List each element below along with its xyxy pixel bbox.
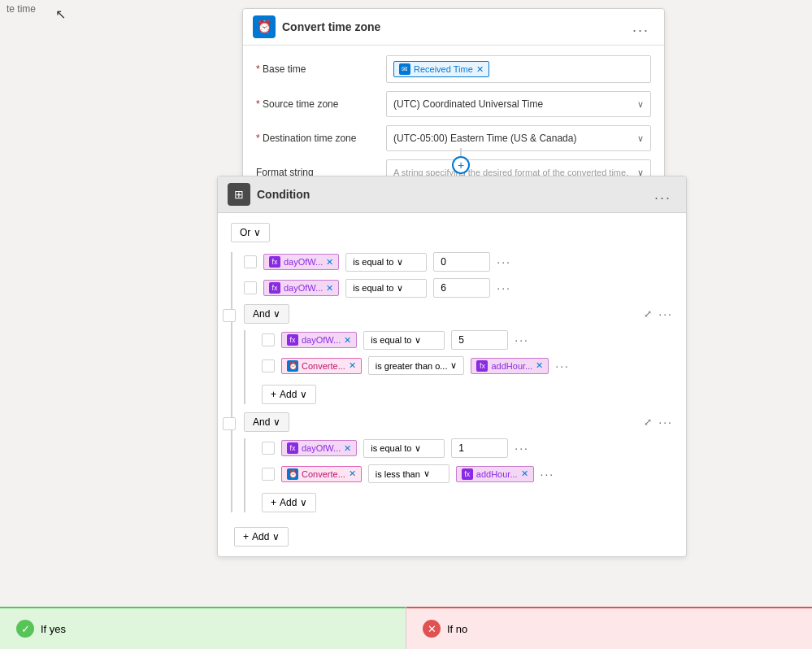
condition-header-left: ⊞ Condition [228, 183, 310, 206]
destination-timezone-select[interactable]: (UTC-05:00) Eastern Time (US & Canada) ∨ [386, 125, 651, 151]
and-token2-close-2[interactable]: ✕ [521, 468, 528, 479]
base-time-input[interactable]: ✉ Received Time ✕ [386, 55, 651, 83]
and-op-label-1-1: is equal to [371, 335, 411, 345]
and-op-chevron-2-1: ∨ [415, 443, 421, 454]
chevron-down-icon-2: ∨ [637, 133, 644, 144]
add-row-btn-1[interactable]: + Add ∨ [262, 385, 316, 404]
row-menu-2[interactable]: ··· [497, 281, 511, 294]
expr-close-2[interactable]: ✕ [326, 283, 333, 294]
and-op-1-1[interactable]: is equal to ∨ [363, 331, 445, 350]
or-chevron-icon: ∨ [254, 227, 261, 238]
and-row-menu-2-2[interactable]: ··· [541, 468, 555, 481]
and-button-2[interactable]: And ∨ [244, 412, 289, 432]
card-menu-button[interactable]: ... [627, 17, 654, 37]
checkbox-2[interactable] [244, 281, 257, 294]
and-alarm-close-2[interactable]: ✕ [349, 468, 356, 479]
and-checkbox-1-1[interactable] [262, 333, 275, 346]
and-expr-label-2-1: dayOfW... [302, 443, 341, 453]
and-token2-1[interactable]: fx addHour... ✕ [471, 358, 549, 374]
and-block-2: And ∨ ⤢ ··· fx [244, 412, 673, 512]
add-chevron-1: ∨ [300, 389, 307, 400]
and-close-2-1[interactable]: ✕ [344, 443, 351, 454]
and-expr-label-1-1: dayOfW... [302, 335, 341, 345]
and-block-1: And ∨ ⤢ ··· fx [244, 304, 673, 404]
and-alarm-close-1[interactable]: ✕ [349, 360, 356, 371]
and-alarm-label-1: Converte... [302, 361, 345, 371]
expand-icon-2[interactable]: ⤢ [644, 416, 652, 428]
main-add-label: Add [252, 531, 269, 542]
card-header: ⏰ Convert time zone ... [243, 9, 664, 46]
and-label-1: And [253, 308, 270, 320]
and-token2-2[interactable]: fx addHour... ✕ [456, 466, 534, 482]
connector-top-line [460, 148, 462, 156]
and-menu-1[interactable]: ··· [658, 307, 673, 320]
and-value-2-1[interactable] [451, 438, 508, 458]
expr-label-2: dayOfW... [284, 283, 323, 293]
received-time-token[interactable]: ✉ Received Time ✕ [393, 61, 489, 77]
operator-label-2: is equal to [353, 283, 393, 293]
and-row-1-2: ⏰ Converte... ✕ is greater than o... ∨ f… [262, 356, 673, 375]
and-checkbox-1-2[interactable] [262, 359, 275, 372]
card-title: Convert time zone [282, 20, 380, 33]
and-rows-2: fx dayOfW... ✕ is equal to ∨ ··· [244, 438, 673, 512]
and-alarm-token-2[interactable]: ⏰ Converte... ✕ [281, 466, 362, 482]
and-expr-1-1[interactable]: fx dayOfW... ✕ [281, 332, 357, 348]
and-checkbox-1[interactable] [223, 309, 236, 322]
and-alarm-label-2: Converte... [302, 469, 345, 479]
operator-select-1[interactable]: is equal to ∨ [345, 253, 427, 272]
base-time-row: Base time ✉ Received Time ✕ [256, 55, 651, 83]
value-input-1[interactable] [433, 252, 490, 272]
connector-plus-button[interactable]: + [452, 156, 470, 174]
and-op-label-2-1: is equal to [371, 443, 411, 453]
and-op-1-2[interactable]: is greater than o... ∨ [368, 356, 465, 375]
and-op-label-1-2: is greater than o... [376, 361, 448, 371]
and-token2-label-1: addHour... [491, 361, 532, 371]
cursor-icon: ↖ [55, 7, 66, 22]
top-rows-container: fx dayOfW... ✕ is equal to ∨ ··· fx [231, 252, 673, 512]
expand-icon-1[interactable]: ⤢ [644, 308, 652, 320]
source-timezone-label: Source time zone [256, 98, 386, 110]
add-chevron-2: ∨ [300, 497, 307, 508]
and-op-2-1[interactable]: is equal to ∨ [363, 439, 445, 458]
and-fx-token2-2: fx [462, 468, 473, 480]
and-row-menu-1-1[interactable]: ··· [515, 333, 529, 346]
and-row-2-2: ⏰ Converte... ✕ is less than ∨ fx addHou… [262, 464, 673, 483]
or-button[interactable]: Or ∨ [231, 223, 270, 242]
and-alarm-token-1[interactable]: ⏰ Converte... ✕ [281, 358, 362, 374]
checkbox-1[interactable] [244, 255, 257, 268]
and-checkbox-2-1[interactable] [262, 442, 275, 455]
operator-select-2[interactable]: is equal to ∨ [345, 279, 427, 298]
main-add-button[interactable]: + Add ∨ [234, 527, 289, 547]
source-timezone-row: Source time zone (UTC) Coordinated Unive… [256, 91, 651, 117]
check-icon: ✓ [16, 620, 34, 638]
and-expr-2-1[interactable]: fx dayOfW... ✕ [281, 440, 357, 456]
operator-chevron-2: ∨ [397, 283, 403, 294]
add-row-btn-2[interactable]: + Add ∨ [262, 493, 316, 512]
and-close-1-1[interactable]: ✕ [344, 335, 351, 346]
and-button-1[interactable]: And ∨ [244, 304, 289, 324]
and-label-2: And [253, 416, 270, 428]
add-label-1: Add [280, 389, 297, 400]
and-checkbox-2[interactable] [223, 417, 236, 430]
if-no-label: If no [447, 623, 467, 635]
and-row-menu-1-2[interactable]: ··· [555, 359, 570, 372]
card-header-left: ⏰ Convert time zone [253, 15, 380, 38]
expr-close-1[interactable]: ✕ [326, 257, 333, 268]
condition-menu-button[interactable]: ... [649, 185, 676, 205]
and-row-menu-2-1[interactable]: ··· [515, 442, 529, 455]
and-token2-close-1[interactable]: ✕ [536, 360, 543, 371]
and-menu-2[interactable]: ··· [658, 416, 673, 429]
expr-token-2[interactable]: fx dayOfW... ✕ [263, 280, 339, 296]
token-label: Received Time [414, 64, 473, 74]
and-value-1-1[interactable] [451, 330, 508, 350]
and-op-2-2[interactable]: is less than ∨ [368, 464, 449, 483]
and-chevron-2: ∨ [273, 416, 280, 428]
expr-token-1[interactable]: fx dayOfW... ✕ [263, 254, 339, 270]
source-timezone-select[interactable]: (UTC) Coordinated Universal Time ∨ [386, 91, 651, 117]
or-label: Or [240, 227, 250, 238]
value-input-2[interactable] [433, 278, 490, 298]
x-icon: ✕ [423, 620, 441, 638]
token-close-icon[interactable]: ✕ [476, 64, 484, 75]
and-checkbox-2-2[interactable] [262, 468, 275, 481]
row-menu-1[interactable]: ··· [497, 255, 511, 268]
